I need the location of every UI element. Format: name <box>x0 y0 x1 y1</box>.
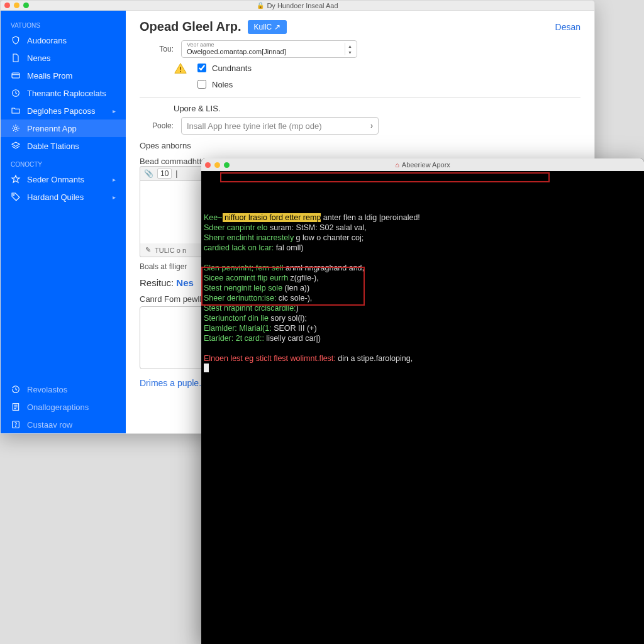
result-label: Resituc: <box>140 277 174 288</box>
stepper-icon[interactable]: ▲▼ <box>345 43 355 55</box>
sidebar-item[interactable]: Audoorans <box>1 31 126 49</box>
attach-icon[interactable]: 📎 <box>144 169 153 178</box>
terminal-line: Slen penvinht; fern sell anml nngraghand… <box>201 263 644 273</box>
terminal-line: Steriunctonf din lie sory sol(l); <box>201 313 644 323</box>
editor-footer-text: TULIC o n <box>155 247 186 254</box>
checkbox-cundnants[interactable]: Cundnants <box>195 62 252 74</box>
checkbox-noles[interactable]: Noles <box>195 78 252 91</box>
terminal-line: Elamlder: Mlarial(1: SEOR III (+) <box>201 323 644 333</box>
svg-point-6 <box>15 426 16 426</box>
svg-point-2 <box>14 127 17 130</box>
file-icon <box>11 53 21 63</box>
window-title-text: Dy Hundoer Inseal Aad <box>267 2 338 9</box>
terminal-window: ⌂ Abeeriew Aporx Kee~ niffuor lrasio for… <box>201 158 644 644</box>
clock-icon <box>11 88 21 98</box>
divider <box>140 97 580 97</box>
home-icon: ⌂ <box>395 161 399 169</box>
sidebar-item-label: Deglohes Papcoss <box>27 106 95 116</box>
sidebar-item-label: Audoorans <box>27 36 67 45</box>
terminal-title: ⌂ Abeeriew Aporx <box>201 161 644 169</box>
svg-rect-8 <box>180 71 181 72</box>
select-value: Owelgoed.omantap.com[Jinnad] <box>187 48 340 55</box>
folder-icon <box>11 106 21 116</box>
terminal-line: cardied lack on lcar: fal omll) <box>201 243 644 253</box>
sidebar-item-label: Nenes <box>27 53 51 63</box>
combo-placeholder: Insall App hree tyine irlet fle (mp ode) <box>187 121 322 131</box>
chevron-right-icon: › <box>370 121 373 130</box>
sidebar-item[interactable]: Deglohes Papcoss▸ <box>1 102 126 119</box>
terminal-line <box>201 364 644 374</box>
checkbox-label: Noles <box>212 80 233 89</box>
sidebar-item-label: Thenantc Raplocelats <box>27 89 106 98</box>
sidebar-item[interactable]: Revolastos <box>1 380 126 398</box>
gear-icon <box>11 123 21 133</box>
terminal-line: Kee~ niffuor lrasio ford etter remp ante… <box>201 213 644 223</box>
pencil-icon[interactable]: ✎ <box>145 246 151 254</box>
sidebar-item-label: Prenennt App <box>27 124 77 133</box>
sidebar-item[interactable]: Hardand Quiles▸ <box>1 188 126 206</box>
shield-icon <box>11 35 21 45</box>
terminal-line: Sdeer canpintr elo suram: StSM: S02 sala… <box>201 223 644 233</box>
sidebar-item-label: Dable Tlations <box>27 142 79 151</box>
sidebar-item[interactable]: Mealis Prom <box>1 67 126 84</box>
sidebar-item[interactable]: Thenantc Raplocelats <box>1 84 126 102</box>
svg-rect-7 <box>180 67 181 70</box>
terminal-line: Elnoen lest eg sticlt flest wolimnt.fles… <box>201 353 644 364</box>
terminal-line <box>201 343 644 353</box>
cursor-icon <box>204 364 209 372</box>
card-icon <box>11 70 21 80</box>
opes-heading: Opes anborns <box>140 141 580 150</box>
terminal-line <box>201 253 644 263</box>
terminal-line: Stest nenginit lelp sole (len a)) <box>201 283 644 293</box>
sidebar-item-label: Onallogeraptions <box>27 402 89 412</box>
to-label: Tou: <box>140 45 174 53</box>
terminal-titlebar[interactable]: ⌂ Abeeriew Aporx <box>201 158 644 171</box>
status-badge[interactable]: KullC ↗ <box>248 20 287 34</box>
result-value: Nes <box>176 277 194 288</box>
terminal-body[interactable]: Kee~ niffuor lrasio ford etter remp ante… <box>201 171 644 644</box>
history-icon <box>11 384 21 394</box>
top-action-link[interactable]: Desan <box>555 22 580 32</box>
sidebar-item[interactable]: Prenennt App <box>1 119 126 137</box>
sidebar-section-label: Conocty <box>1 155 126 170</box>
layers-icon <box>11 141 21 151</box>
sidebar-item-label: Hardand Quiles <box>27 192 84 202</box>
lock-icon: 🔒 <box>257 2 264 9</box>
checkbox-input[interactable] <box>197 80 206 89</box>
account-select[interactable]: Veor aame Owelgoed.omantap.com[Jinnad] ▲… <box>181 40 357 58</box>
warning-icon <box>174 62 187 75</box>
toolbar-sep: | <box>175 169 177 178</box>
sidebar-item-label: Mealis Prom <box>27 71 72 80</box>
sidebar-item[interactable]: Onallogeraptions <box>1 398 126 416</box>
sidebar-item[interactable]: Seder Onmants▸ <box>1 170 126 188</box>
terminal-line: Etarider: 2t card:: liselly card car|) <box>201 333 644 343</box>
page-title: Opead Gleel Arp. <box>140 19 242 34</box>
poole-label: Poole: <box>140 121 174 130</box>
sidebar-item[interactable]: Dable Tlations <box>1 137 126 155</box>
chevron-right-icon: ▸ <box>113 176 116 183</box>
terminal-line: Sheer derinutton:ise: cic sole-), <box>201 293 644 303</box>
sidebar-section-label: VATUONS <box>1 16 126 31</box>
sidebar-item[interactable]: Nenes <box>1 49 126 67</box>
help-icon <box>11 419 21 430</box>
poole-combobox[interactable]: Insall App hree tyine irlet fle (mp ode)… <box>181 117 379 135</box>
chevron-right-icon: ▸ <box>113 194 116 201</box>
titlebar[interactable]: 🔒 Dy Hundoer Inseal Aad <box>1 1 594 11</box>
svg-rect-0 <box>12 73 19 78</box>
tag-icon <box>11 192 21 202</box>
star-icon <box>11 174 21 184</box>
sidebar-item-label: Seder Onmants <box>27 175 84 184</box>
terminal-line: Sicee acomintt flip eurrh z(gfile-), <box>201 273 644 283</box>
docs-icon <box>11 402 21 412</box>
checkbox-input[interactable] <box>197 64 206 72</box>
badge-label: KullC <box>254 23 272 31</box>
sidebar: VATUONS AudooransNenesMealis PromThenant… <box>1 11 126 433</box>
window-title: 🔒 Dy Hundoer Inseal Aad <box>1 2 594 9</box>
terminal-title-text: Abeeriew Aporx <box>402 161 450 169</box>
external-icon: ↗ <box>274 23 280 31</box>
sidebar-item-label: Custaav row <box>27 420 72 430</box>
toolbar-number[interactable]: 10 <box>157 169 172 179</box>
sidebar-item[interactable]: Custaav row <box>1 416 126 433</box>
section-subtitle: Upore & LIS. <box>174 104 580 113</box>
select-caption: Veor aame <box>187 42 340 48</box>
